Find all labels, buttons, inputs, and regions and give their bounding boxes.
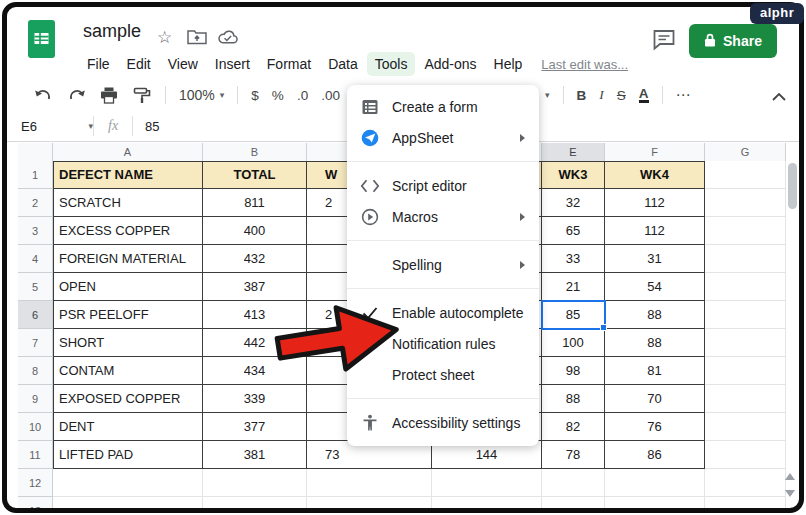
cell-B8[interactable]: 434: [203, 357, 307, 385]
cell-B7[interactable]: 442: [203, 329, 307, 357]
vertical-scrollbar[interactable]: [788, 163, 797, 209]
column-header-A[interactable]: A: [53, 143, 203, 162]
print-icon[interactable]: [99, 86, 119, 104]
column-header-G[interactable]: G: [705, 143, 786, 162]
cell-B12[interactable]: [203, 469, 307, 497]
cell-F7[interactable]: 88: [605, 329, 705, 357]
cell-G4[interactable]: [705, 245, 786, 273]
chevron-down-icon[interactable]: ▾: [545, 90, 550, 100]
menu-item-appsheet[interactable]: AppSheet: [347, 122, 539, 153]
share-button[interactable]: Share: [689, 24, 777, 58]
cell-G8[interactable]: [705, 357, 786, 385]
more-options-button[interactable]: ⋯: [676, 86, 692, 104]
column-header-B[interactable]: B: [203, 143, 307, 162]
cell-F3[interactable]: 112: [605, 217, 705, 245]
cell-G11[interactable]: [705, 441, 786, 469]
cell-C12[interactable]: [307, 469, 432, 497]
cell-A4[interactable]: FOREIGN MATERIAL: [53, 245, 203, 273]
menubar-item-add-ons[interactable]: Add-ons: [416, 52, 484, 76]
row-header-12[interactable]: 12: [18, 469, 53, 497]
cell-B13[interactable]: [203, 497, 307, 513]
menu-item-enable-autocomplete[interactable]: Enable autocomplete: [347, 297, 539, 328]
strikethrough-button[interactable]: S: [617, 88, 626, 103]
row-header-7[interactable]: 7: [18, 329, 53, 357]
increase-decimal-button[interactable]: .00: [321, 88, 340, 103]
menu-item-protect-sheet[interactable]: Protect sheet: [347, 359, 539, 390]
fill-handle[interactable]: [600, 324, 607, 331]
currency-format-button[interactable]: $: [251, 88, 259, 103]
column-header-F[interactable]: F: [605, 143, 705, 162]
cell-F2[interactable]: 112: [605, 189, 705, 217]
cell-F1[interactable]: WK4: [605, 161, 705, 189]
cell-F9[interactable]: 70: [605, 385, 705, 413]
cell-F11[interactable]: 86: [605, 441, 705, 469]
decrease-decimal-button[interactable]: .0: [297, 88, 308, 103]
cell-E11[interactable]: 78: [542, 441, 605, 469]
row-header-3[interactable]: 3: [18, 217, 53, 245]
scroll-up-icon[interactable]: [785, 473, 795, 480]
row-header-13[interactable]: 13: [18, 497, 53, 513]
cell-A13[interactable]: [53, 497, 203, 513]
cell-B5[interactable]: 387: [203, 273, 307, 301]
cell-D12[interactable]: [432, 469, 542, 497]
redo-icon[interactable]: [66, 86, 86, 104]
cell-E10[interactable]: 82: [542, 413, 605, 441]
cell-E7[interactable]: 100: [542, 329, 605, 357]
cell-E8[interactable]: 98: [542, 357, 605, 385]
cell-G9[interactable]: [705, 385, 786, 413]
menubar-item-edit[interactable]: Edit: [119, 52, 159, 76]
row-header-8[interactable]: 8: [18, 357, 53, 385]
menu-item-script-editor[interactable]: Script editor: [347, 170, 539, 201]
cell-B3[interactable]: 400: [203, 217, 307, 245]
menubar-item-file[interactable]: File: [79, 52, 118, 76]
cell-F6[interactable]: 88: [605, 301, 705, 329]
move-folder-icon[interactable]: [187, 29, 207, 49]
cell-A9[interactable]: EXPOSED COPPER: [53, 385, 203, 413]
cloud-saved-icon[interactable]: [217, 29, 237, 49]
cell-G5[interactable]: [705, 273, 786, 301]
cell-B11[interactable]: 381: [203, 441, 307, 469]
zoom-control[interactable]: 100% ▾: [179, 87, 224, 103]
cell-F5[interactable]: 54: [605, 273, 705, 301]
row-header-11[interactable]: 11: [18, 441, 53, 469]
menu-item-accessibility-settings[interactable]: Accessibility settings: [347, 407, 539, 438]
menubar-item-tools[interactable]: Tools: [367, 52, 416, 76]
cell-G12[interactable]: [705, 469, 786, 497]
undo-icon[interactable]: [33, 86, 53, 104]
cell-A12[interactable]: [53, 469, 203, 497]
cell-G10[interactable]: [705, 413, 786, 441]
row-header-6[interactable]: 6: [18, 301, 53, 329]
grid-corner[interactable]: [18, 143, 53, 162]
menubar-item-data[interactable]: Data: [320, 52, 366, 76]
sheets-logo[interactable]: [27, 19, 57, 59]
cell-G6[interactable]: [705, 301, 786, 329]
cell-A11[interactable]: LIFTED PAD: [53, 441, 203, 469]
row-header-9[interactable]: 9: [18, 385, 53, 413]
row-header-5[interactable]: 5: [18, 273, 53, 301]
cell-E4[interactable]: 33: [542, 245, 605, 273]
cell-G3[interactable]: [705, 217, 786, 245]
cell-A8[interactable]: CONTAM: [53, 357, 203, 385]
cell-F4[interactable]: 31: [605, 245, 705, 273]
cell-A2[interactable]: SCRATCH: [53, 189, 203, 217]
menubar-item-help[interactable]: Help: [486, 52, 531, 76]
scroll-down-icon[interactable]: [785, 490, 795, 497]
cell-A10[interactable]: DENT: [53, 413, 203, 441]
collapse-toolbar-icon[interactable]: [772, 87, 786, 105]
star-icon[interactable]: ☆: [157, 29, 177, 49]
cell-B6[interactable]: 413: [203, 301, 307, 329]
bold-button[interactable]: B: [577, 88, 587, 103]
menu-item-macros[interactable]: Macros: [347, 201, 539, 232]
cell-E1[interactable]: WK3: [542, 161, 605, 189]
menu-item-create-a-form[interactable]: Create a form: [347, 91, 539, 122]
cell-A7[interactable]: SHORT: [53, 329, 203, 357]
cell-A3[interactable]: EXCESS COPPER: [53, 217, 203, 245]
comment-icon[interactable]: [652, 29, 676, 51]
paint-format-icon[interactable]: [132, 86, 152, 104]
cell-G1[interactable]: [705, 161, 786, 189]
last-edit-link[interactable]: Last edit was...: [541, 57, 628, 72]
cell-B9[interactable]: 339: [203, 385, 307, 413]
row-header-2[interactable]: 2: [18, 189, 53, 217]
row-header-1[interactable]: 1: [18, 161, 53, 189]
italic-button[interactable]: I: [599, 87, 604, 103]
